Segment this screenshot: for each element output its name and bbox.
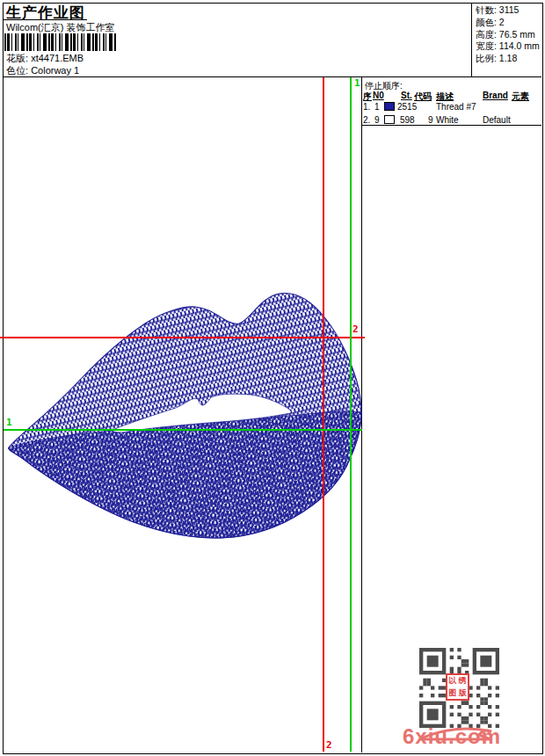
row1-order: 1. [363, 102, 370, 112]
end-marker-right: 2 [352, 324, 359, 334]
design-width: 114.0 mm [499, 40, 540, 51]
pattern-label: 花版: [6, 53, 28, 63]
title-underline [3, 19, 87, 20]
height-row: 高度: 76.5 mm [476, 29, 540, 41]
stitch-count-row: 针数: 3115 [476, 4, 540, 17]
end-marker-bottom: 2 [326, 740, 332, 750]
production-worksheet: 生产作业图 Wilcom(汇京) 装饰工作室 花版: xt4471.EMB 色位… [0, 0, 545, 756]
pattern-file-row: 花版: xt4471.EMB [6, 53, 84, 64]
guide-red-horizontal [0, 337, 365, 338]
col-desc: 描述 [436, 91, 454, 103]
stitch-count: 3115 [499, 4, 520, 15]
embroidery-design-lips [0, 281, 369, 545]
row2-stitches: 598 [400, 115, 415, 125]
col-brand: Brand [483, 91, 508, 100]
color-count: 2 [499, 17, 505, 27]
col-st: St. [401, 91, 412, 100]
color-count-row: 颜色: 2 [476, 17, 540, 29]
col-n0: N0 [373, 91, 384, 100]
red-seal: 以 绣 图 版 [446, 673, 469, 701]
colorway-row: 色位: Colorway 1 [6, 65, 79, 76]
design-height: 76.5 mm [499, 29, 535, 40]
width-row: 宽度: 114.0 mm [476, 40, 540, 53]
design-scale: 1.18 [499, 53, 517, 63]
col-code: 代码 [414, 91, 432, 103]
row1-n0: 1 [374, 102, 380, 112]
guide-green-horizontal [4, 429, 362, 431]
guide-green-vertical [350, 77, 352, 752]
colorway-value: Colorway 1 [31, 65, 79, 76]
row2-brand: Default [483, 115, 511, 125]
row2-n0: 9 [374, 115, 380, 125]
info-box-divider [471, 3, 472, 76]
pattern-value: xt4471.EMB [31, 53, 84, 63]
row2-description: White [436, 115, 459, 125]
row1-stitches: 2515 [397, 102, 417, 112]
design-info-box: 针数: 3115 颜色: 2 高度: 76.5 mm 宽度: 114.0 mm … [476, 4, 540, 65]
row1-description: Thread #7 [436, 102, 476, 112]
studio-name: Wilcom(汇京) 装饰工作室 [6, 22, 114, 33]
row2-order: 2. [363, 115, 370, 125]
row2-code: 9 [428, 115, 433, 125]
table-bottom-border [361, 125, 541, 126]
guide-red-vertical [323, 77, 324, 752]
col-order: 序 [363, 91, 372, 103]
barcode [4, 33, 116, 51]
header-separator [3, 76, 541, 77]
start-marker-left: 1 [6, 418, 12, 427]
row1-color-swatch [384, 102, 395, 111]
watermark-site: 6xiu.com [403, 724, 501, 749]
row2-color-swatch [384, 115, 395, 124]
scale-row: 比例: 1.18 [476, 53, 540, 65]
start-marker-top: 1 [354, 78, 360, 88]
colorway-label: 色位: [6, 65, 28, 76]
col-elements: 元素 [512, 91, 529, 103]
